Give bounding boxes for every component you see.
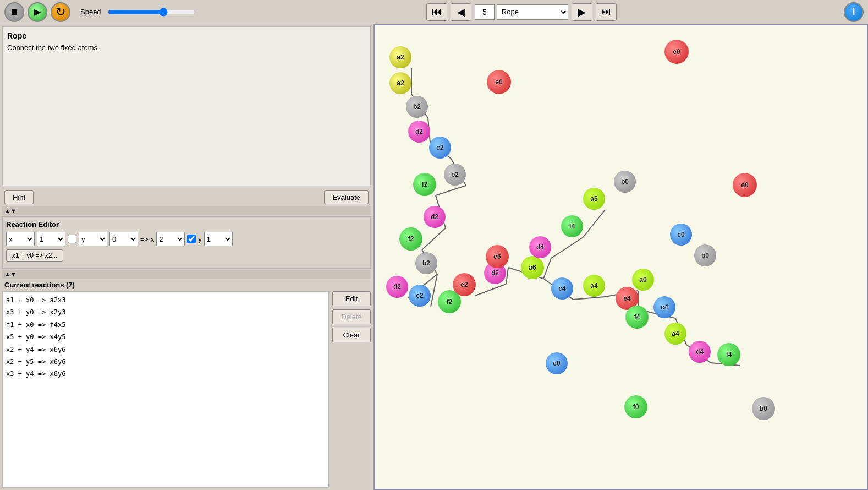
atom-c4[interactable]: c4 bbox=[551, 277, 573, 300]
atom-e2[interactable]: e2 bbox=[453, 273, 476, 296]
atom-e0-right[interactable]: e0 bbox=[733, 173, 757, 197]
atom-d4-2[interactable]: d4 bbox=[689, 341, 711, 363]
nav-last-button[interactable]: ⏭ bbox=[596, 3, 617, 21]
atom-b2-3[interactable]: b2 bbox=[415, 252, 437, 274]
canvas-area: a2a2b2d2c2b2f2d2f2b2d2c2f2e2d2a6e6c4a4a0… bbox=[374, 24, 868, 490]
nav-last-icon: ⏭ bbox=[601, 6, 611, 18]
info-icon: i bbox=[852, 6, 855, 18]
atom-d4-1[interactable]: d4 bbox=[529, 236, 551, 258]
atom-e6[interactable]: e6 bbox=[486, 245, 509, 268]
atom-a2-top[interactable]: a2 bbox=[389, 46, 411, 68]
editor-row-2: x1 + y0 => x2... bbox=[6, 249, 367, 262]
bond-line bbox=[422, 228, 446, 250]
atom-b2-2[interactable]: b2 bbox=[444, 164, 466, 186]
toolbar: ⏹ ▶ ↻ Speed ⏮ ◀ Rope ▶ ⏭ i bbox=[0, 0, 868, 24]
puzzle-description: Connect the two fixed atoms. bbox=[7, 43, 366, 52]
reaction-item[interactable]: a1 + x0 => a2x3 bbox=[5, 294, 326, 306]
atom-a0[interactable]: a0 bbox=[632, 269, 654, 291]
atom-a4[interactable]: a4 bbox=[583, 275, 605, 297]
formula-button[interactable]: x1 + y0 => x2... bbox=[6, 249, 63, 262]
left-panel: Rope Connect the two fixed atoms. Hint E… bbox=[0, 24, 374, 490]
nav-first-button[interactable]: ⏮ bbox=[426, 3, 447, 21]
reaction-item[interactable]: x2 + y4 => x6y6 bbox=[5, 344, 326, 356]
collapse-bar-top[interactable]: ▲▼ bbox=[2, 206, 371, 215]
atom-c0-bottom[interactable]: c0 bbox=[546, 352, 568, 374]
editor-checkbox2[interactable] bbox=[187, 235, 196, 243]
bond-line bbox=[431, 274, 437, 307]
nav-first-icon: ⏮ bbox=[432, 6, 442, 18]
reactions-content: a1 + x0 => a2x3x3 + y0 => x2y3f1 + x0 =>… bbox=[2, 291, 371, 488]
collapse-bar-mid[interactable]: ▲▼ bbox=[2, 270, 371, 279]
stop-icon: ⏹ bbox=[10, 7, 19, 17]
atom-c2-1[interactable]: c2 bbox=[429, 137, 451, 159]
nav-next-button[interactable]: ▶ bbox=[572, 3, 592, 21]
play-button[interactable]: ▶ bbox=[28, 2, 47, 22]
atom-c4-2[interactable]: c4 bbox=[653, 296, 675, 318]
editor-num1-select[interactable]: 1023 bbox=[37, 232, 65, 246]
info-button[interactable]: i bbox=[844, 2, 864, 22]
editor-num2-select[interactable]: 0123 bbox=[109, 232, 138, 246]
reaction-item[interactable]: f1 + x0 => f4x5 bbox=[5, 319, 326, 331]
atom-f4-1[interactable]: f4 bbox=[625, 306, 649, 329]
refresh-button[interactable]: ↻ bbox=[51, 2, 70, 22]
atom-d2-2[interactable]: d2 bbox=[424, 206, 446, 228]
atom-c2-2[interactable]: c2 bbox=[409, 285, 431, 307]
atom-e0-mid[interactable]: e0 bbox=[487, 70, 511, 94]
atom-b0-bottom[interactable]: b0 bbox=[752, 397, 775, 420]
editor-row-1: xyz 1023 yxz 0123 => x 213 y bbox=[6, 232, 367, 246]
reactions-section: Current reactions (7) a1 + x0 => a2x3x3 … bbox=[2, 279, 371, 488]
atom-b0-right[interactable]: b0 bbox=[694, 244, 716, 266]
reaction-item[interactable]: x5 + y0 => x4y5 bbox=[5, 331, 326, 343]
atom-b2-1[interactable]: b2 bbox=[406, 96, 428, 118]
atom-c0-top[interactable]: c0 bbox=[670, 224, 692, 246]
atom-f4-3[interactable]: f4 bbox=[561, 215, 583, 237]
bond-line bbox=[573, 297, 605, 300]
hint-eval-bar: Hint Evaluate bbox=[0, 188, 373, 206]
reaction-item[interactable]: x3 + y4 => x6y6 bbox=[5, 368, 326, 380]
atom-d2-1[interactable]: d2 bbox=[408, 121, 430, 143]
editor-checkbox1[interactable] bbox=[68, 235, 76, 243]
reaction-editor-section: Reaction Editor xyz 1023 yxz 0123 => x 2… bbox=[2, 216, 371, 269]
hint-button[interactable]: Hint bbox=[4, 190, 34, 204]
collapse-arrow-top: ▲▼ bbox=[4, 208, 17, 214]
atom-a5[interactable]: a5 bbox=[583, 188, 605, 210]
atom-f2-1[interactable]: f2 bbox=[413, 173, 436, 196]
editor-y-select[interactable]: yxz bbox=[79, 232, 107, 246]
atom-f4-2[interactable]: f4 bbox=[717, 343, 740, 366]
bonds-svg bbox=[375, 25, 867, 489]
atom-d2-3[interactable]: d2 bbox=[386, 276, 408, 298]
reaction-item[interactable]: x3 + y0 => x2y3 bbox=[5, 306, 326, 318]
atom-a2-2[interactable]: a2 bbox=[389, 72, 411, 94]
bond-line bbox=[551, 237, 583, 258]
atom-f2-2[interactable]: f2 bbox=[399, 227, 422, 251]
level-number-input[interactable] bbox=[475, 4, 495, 20]
editor-num3-select[interactable]: 213 bbox=[156, 232, 185, 246]
nav-prev-icon: ◀ bbox=[457, 6, 465, 18]
level-name-select[interactable]: Rope bbox=[497, 4, 568, 20]
bond-line bbox=[436, 186, 466, 195]
editor-num4-select[interactable]: 102 bbox=[204, 232, 233, 246]
edit-button[interactable]: Edit bbox=[332, 291, 371, 306]
clear-button[interactable]: Clear bbox=[332, 328, 371, 342]
speed-slider[interactable] bbox=[108, 8, 196, 17]
evaluate-button[interactable]: Evaluate bbox=[324, 190, 369, 204]
atom-e0-top[interactable]: e0 bbox=[664, 40, 689, 64]
description-area: Rope Connect the two fixed atoms. bbox=[2, 26, 371, 186]
editor-x-select[interactable]: xyz bbox=[6, 232, 35, 246]
bond-line bbox=[506, 268, 508, 284]
atom-b0[interactable]: b0 bbox=[614, 171, 636, 193]
delete-button[interactable]: Delete bbox=[332, 309, 371, 324]
bond-line bbox=[475, 284, 506, 296]
y2-label: y bbox=[198, 235, 202, 243]
stop-button[interactable]: ⏹ bbox=[4, 2, 24, 22]
bond-line bbox=[583, 210, 605, 237]
reaction-item[interactable]: x2 + y5 => x6y6 bbox=[5, 356, 326, 368]
reaction-editor-title: Reaction Editor bbox=[6, 220, 367, 228]
atom-f0[interactable]: f0 bbox=[624, 395, 647, 418]
speed-label: Speed bbox=[80, 8, 101, 16]
nav-prev-button[interactable]: ◀ bbox=[451, 3, 471, 21]
reactions-list: a1 + x0 => a2x3x3 + y0 => x2y3f1 + x0 =>… bbox=[2, 291, 329, 488]
atom-a4-2[interactable]: a4 bbox=[664, 323, 686, 345]
atom-a6[interactable]: a6 bbox=[521, 256, 544, 279]
bond-line bbox=[543, 258, 551, 279]
